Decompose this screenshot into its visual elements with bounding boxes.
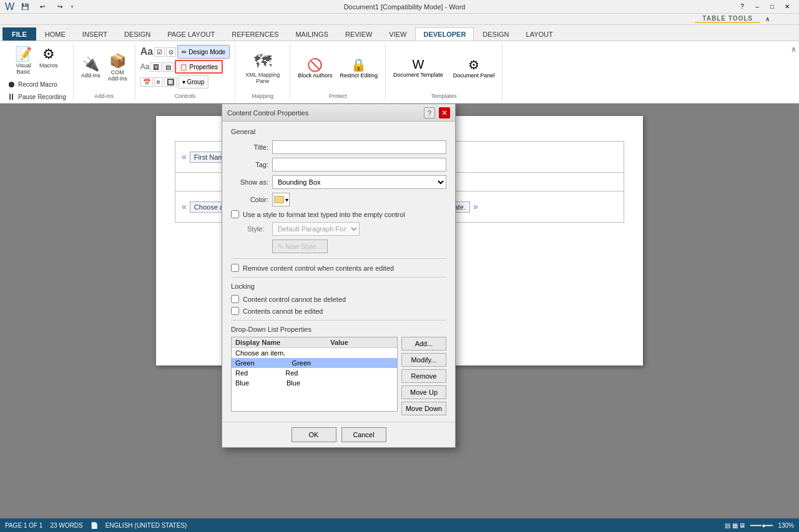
use-style-checkbox[interactable] [231, 210, 239, 218]
tab-page-layout[interactable]: PAGE LAYOUT [159, 27, 223, 41]
show-as-select[interactable]: Bounding BoxStart/End TagNone [272, 175, 446, 189]
undo-btn[interactable]: ↩ [36, 1, 49, 12]
controls-bot-row: 📅 ≡ 🔲 ▾ Group [140, 75, 208, 89]
modify-btn[interactable]: Modify... [401, 353, 446, 367]
status-icon: 📄 [91, 522, 98, 529]
redo-btn[interactable]: ↪ [53, 1, 67, 12]
list-item-red[interactable]: Red Red [232, 368, 397, 378]
general-section-header: General [231, 128, 446, 135]
new-style-btn[interactable]: ✎ New Style... [272, 239, 328, 253]
cannot-delete-label: Content control cannot be deleted [243, 296, 346, 303]
tab-mailings[interactable]: MAILINGS [287, 27, 336, 41]
use-style-label: Use a style to format text typed into th… [243, 211, 405, 218]
word-count: 23 WORDS [50, 522, 82, 529]
tab-layout[interactable]: LAYOUT [518, 27, 561, 41]
date-ctrl[interactable]: 📅 [140, 77, 153, 87]
properties-btn[interactable]: 📋 Properties [175, 60, 223, 74]
list-item-blue[interactable]: Blue Blue [232, 378, 397, 388]
tab-view[interactable]: VIEW [381, 27, 414, 41]
tab-insert[interactable]: INSERT [74, 27, 115, 41]
remove-btn[interactable]: Remove [401, 369, 446, 383]
controls-top-row: Aa ☑ ⊙ ✏ Design Mode [140, 45, 230, 59]
move-up-btn[interactable]: Move Up [401, 385, 446, 399]
tab-design[interactable]: DESIGN [116, 27, 159, 41]
color-btn[interactable]: ▾ [272, 193, 290, 206]
aa-big-icon: Aa [140, 46, 153, 57]
design-mode-btn[interactable]: ✏ Design Mode [177, 45, 230, 59]
com-add-ins-btn[interactable]: 📦 COMAdd-Ins [105, 53, 130, 83]
color-swatch [274, 196, 284, 203]
restrict-editing-icon: 🔒 [351, 57, 366, 72]
protect-group-label: Protect [295, 92, 380, 100]
controls-group-label: Controls [140, 92, 230, 100]
cannot-edit-row: Contents cannot be edited [231, 307, 446, 315]
dialog-title: Content Control Properties [227, 109, 420, 117]
minimize-ribbon-btn[interactable]: ∧ [788, 44, 799, 100]
zoom-slider[interactable]: ━━━●━━ [750, 522, 773, 529]
radio-ctrl[interactable]: ⊙ [166, 47, 176, 57]
xml-mapping-btn[interactable]: 🗺 XML MappingPane [240, 50, 285, 85]
dialog-close-btn[interactable]: ✕ [439, 107, 450, 118]
window-title: Document1 [Compatibility Mode] - Word [74, 3, 735, 11]
ribbon: 📝 VisualBasic ⚙ Macros ⏺ Record Macro ⏸ [0, 41, 799, 104]
list-ctrl[interactable]: ≡ [154, 77, 163, 87]
checkbox-ctrl[interactable]: ☑ [154, 47, 165, 57]
group-btn[interactable]: ▾ Group [178, 75, 209, 89]
view-icons[interactable]: ▤ ▦ 🖥 [725, 522, 746, 529]
remove-control-checkbox[interactable] [231, 264, 239, 272]
block-authors-btn[interactable]: 🚫 Block Authors [295, 56, 335, 80]
tab-file[interactable]: FILE [2, 27, 36, 41]
tab-review[interactable]: REVIEW [337, 27, 380, 41]
zoom-level: 130% [778, 522, 794, 529]
tab-references[interactable]: REFERENCES [223, 27, 287, 41]
new-style-row: ✎ New Style... [231, 239, 446, 253]
visual-basic-btn[interactable]: 📝 VisualBasic [12, 46, 34, 76]
combo-ctrl[interactable]: ▤ [163, 62, 174, 72]
ok-btn[interactable]: OK [292, 427, 336, 442]
add-btn[interactable]: Add... [401, 337, 446, 351]
tab-developer[interactable]: DEVELOPER [415, 27, 474, 41]
title-bar-controls: ? – □ ✕ [735, 1, 794, 12]
cannot-delete-checkbox[interactable] [231, 295, 239, 303]
restrict-editing-btn[interactable]: 🔒 Restrict Editing [337, 56, 380, 80]
dropdown-list[interactable]: Display Name Value Choose an item. Green… [231, 337, 398, 412]
dropdown-list-col-headers: Display Name Value [232, 337, 397, 348]
tag-input[interactable] [272, 158, 446, 172]
close-btn[interactable]: ✕ [780, 1, 794, 12]
minimize-btn[interactable]: – [750, 1, 764, 12]
record-macro-btn[interactable]: ⏺ Record Macro [5, 79, 68, 90]
dialog-title-bar: Content Control Properties ? ✕ [222, 104, 455, 122]
table-tools-close-btn[interactable]: ∧ [760, 14, 774, 25]
style-select[interactable]: Default Paragraph Font [272, 222, 360, 236]
mapping-group: 🗺 XML MappingPane Mapping [235, 44, 290, 100]
list-item-green[interactable]: Green Green [232, 358, 397, 368]
design-mode-icon: ✏ [182, 49, 187, 56]
macros-btn[interactable]: ⚙ Macros [37, 46, 61, 76]
add-ins-btn[interactable]: 🔌 Add-Ins [79, 56, 103, 80]
list-item-choose[interactable]: Choose an item. [232, 348, 397, 358]
document-panel-btn[interactable]: ⚙ Document Panel [451, 56, 498, 80]
color-label: Color: [231, 196, 268, 203]
cannot-edit-checkbox[interactable] [231, 307, 239, 315]
picture-ctrl[interactable]: 🖼 [150, 62, 162, 72]
cancel-btn[interactable]: Cancel [341, 427, 386, 442]
title-input[interactable] [272, 140, 446, 154]
dialog-body: General Title: Tag: Show as: Bounding Bo… [222, 122, 455, 422]
block-ctrl[interactable]: 🔲 [164, 77, 177, 87]
maximize-btn[interactable]: □ [765, 1, 779, 12]
divider-1 [231, 258, 446, 259]
show-as-row: Show as: Bounding BoxStart/End TagNone [231, 175, 446, 189]
document-template-btn[interactable]: W Document Template [391, 56, 446, 79]
content-control-dialog: Content Control Properties ? ✕ General T… [222, 104, 456, 448]
tab-home[interactable]: HOME [37, 27, 74, 41]
tab-design2[interactable]: DESIGN [474, 27, 517, 41]
dialog-help-btn[interactable]: ? [424, 107, 435, 118]
pause-recording-btn[interactable]: ⏸ Pause Recording [5, 91, 68, 102]
locking-section: Locking Content control cannot be delete… [231, 283, 446, 315]
dropdown-list-container: Display Name Value Choose an item. Green… [231, 337, 446, 415]
help-btn[interactable]: ? [735, 1, 749, 12]
protect-group: 🚫 Block Authors 🔒 Restrict Editing Prote… [290, 44, 386, 100]
divider-3 [231, 320, 446, 321]
save-quick-btn[interactable]: 💾 [18, 1, 32, 12]
move-down-btn[interactable]: Move Down [401, 402, 446, 415]
